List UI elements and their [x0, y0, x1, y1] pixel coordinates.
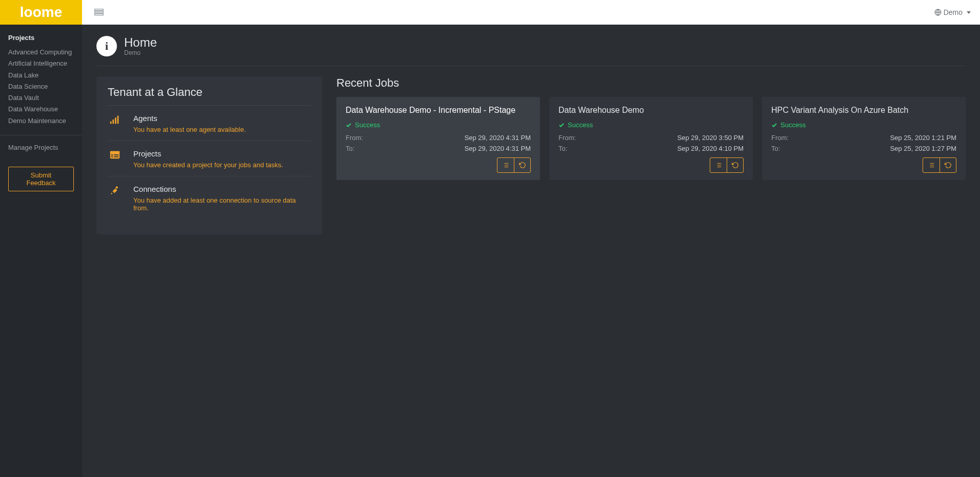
job-card[interactable]: Data Warehouse Demo - Incremental - PSta… [336, 97, 540, 180]
job-title: Data Warehouse Demo [558, 105, 744, 116]
list-icon [108, 149, 122, 169]
job-title: HPC Variant Analysis On Azure Batch [771, 105, 956, 116]
sidebar-item-project[interactable]: Data Science [0, 81, 82, 92]
glance-item-title: Connections [133, 185, 311, 193]
glance-item-title: Projects [133, 149, 283, 158]
list-icon [928, 162, 935, 169]
to-label: To: [771, 145, 780, 152]
history-icon [732, 162, 739, 169]
plug-icon [108, 185, 122, 212]
job-from-value: Sep 25, 2020 1:21 PM [890, 134, 956, 142]
job-status-label: Success [568, 121, 593, 129]
history-icon [945, 162, 952, 169]
sidebar-item-project[interactable]: Data Lake [0, 70, 82, 81]
submit-feedback-button[interactable]: Submit Feedback [8, 167, 74, 191]
main-content: i Home Demo Tenant at a Glance Agents Yo… [82, 25, 980, 477]
job-card[interactable]: HPC Variant Analysis On Azure Batch Succ… [762, 97, 966, 180]
globe-icon [934, 9, 942, 16]
sidebar-item-project[interactable]: Data Warehouse [0, 104, 82, 115]
job-from-value: Sep 29, 2020 3:50 PM [677, 134, 744, 142]
menu-toggle-icon[interactable] [94, 9, 104, 16]
job-status-label: Success [781, 121, 806, 129]
job-details-button[interactable] [710, 158, 727, 172]
svg-rect-1 [95, 11, 104, 13]
to-label: To: [346, 145, 354, 152]
recent-jobs-panel: Recent Jobs Data Warehouse Demo - Increm… [336, 76, 966, 180]
job-to-value: Sep 25, 2020 1:27 PM [890, 145, 956, 152]
glance-item-desc: You have created a project for your jobs… [133, 161, 283, 169]
svg-rect-0 [95, 9, 104, 11]
manage-projects-link[interactable]: Manage Projects [0, 144, 82, 151]
job-details-button[interactable] [923, 158, 939, 172]
job-action-group [710, 157, 744, 173]
svg-rect-6 [115, 118, 116, 124]
svg-rect-4 [110, 122, 112, 124]
jobs-row: Data Warehouse Demo - Incremental - PSta… [336, 97, 966, 180]
glance-item-connections: Connections You have added at least one … [108, 176, 311, 219]
job-rerun-button[interactable] [939, 158, 956, 172]
job-status: Success [346, 121, 531, 129]
from-label: From: [346, 134, 363, 142]
check-icon [346, 122, 352, 128]
glance-panel: Tenant at a Glance Agents You have at le… [96, 76, 322, 234]
sidebar-divider [0, 135, 82, 135]
sidebar: Projects Advanced Computing Artificial I… [0, 25, 82, 477]
topbar: loome Demo [0, 0, 980, 25]
job-details-button[interactable] [497, 158, 514, 172]
sidebar-item-project[interactable]: Demo Maintenance [0, 115, 82, 127]
svg-rect-2 [95, 14, 104, 15]
sidebar-item-project[interactable]: Data Vault [0, 92, 82, 104]
glance-item-desc: You have at least one agent available. [133, 126, 246, 133]
page-subtitle: Demo [124, 49, 157, 56]
signal-icon [108, 114, 122, 133]
job-action-group [923, 157, 956, 173]
job-to-value: Sep 29, 2020 4:10 PM [677, 145, 744, 152]
history-icon [519, 162, 526, 169]
check-icon [771, 122, 777, 128]
sidebar-projects-heading: Projects [0, 34, 82, 47]
list-icon [715, 162, 722, 169]
job-from-value: Sep 29, 2020 4:31 PM [465, 134, 531, 142]
svg-rect-12 [114, 154, 118, 155]
job-status: Success [558, 121, 744, 129]
svg-rect-13 [114, 156, 118, 157]
from-label: From: [771, 134, 789, 142]
glance-item-projects: Projects You have created a project for … [108, 141, 311, 176]
tenant-dropdown[interactable]: Demo [934, 8, 971, 16]
tenant-label: Demo [944, 8, 963, 16]
job-to-value: Sep 29, 2020 4:31 PM [465, 145, 531, 152]
page-title: Home [124, 36, 157, 49]
home-icon: i [96, 36, 117, 56]
job-title: Data Warehouse Demo - Incremental - PSta… [346, 105, 531, 116]
job-action-group [497, 157, 531, 173]
sidebar-item-project[interactable]: Advanced Computing [0, 47, 82, 58]
glance-heading: Tenant at a Glance [108, 86, 311, 99]
brand-logo[interactable]: loome [0, 0, 82, 25]
glance-item-desc: You have added at least one connection t… [133, 196, 311, 212]
to-label: To: [558, 145, 567, 152]
job-status: Success [771, 121, 956, 129]
svg-rect-9 [110, 151, 119, 153]
sidebar-item-project[interactable]: Artificial Intelligence [0, 58, 82, 69]
glance-item-agents: Agents You have at least one agent avail… [108, 105, 311, 141]
list-icon [502, 162, 509, 169]
svg-rect-11 [111, 156, 113, 157]
check-icon [558, 122, 565, 128]
job-rerun-button[interactable] [514, 158, 530, 172]
project-list: Advanced Computing Artificial Intelligen… [0, 47, 82, 127]
chevron-down-icon [967, 11, 971, 14]
svg-rect-10 [111, 154, 113, 155]
recent-jobs-heading: Recent Jobs [336, 76, 966, 90]
job-status-label: Success [355, 121, 380, 129]
glance-item-title: Agents [133, 114, 246, 123]
job-card[interactable]: Data Warehouse Demo Success From:Sep 29,… [549, 97, 753, 180]
svg-rect-7 [117, 116, 119, 124]
job-rerun-button[interactable] [727, 158, 743, 172]
svg-rect-5 [112, 120, 114, 124]
from-label: From: [558, 134, 576, 142]
page-header: i Home Demo [96, 36, 966, 66]
